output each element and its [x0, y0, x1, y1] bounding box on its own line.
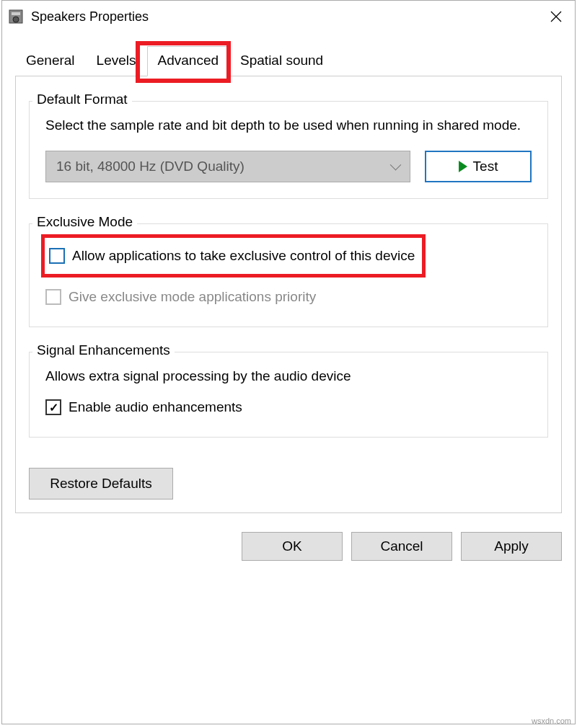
tab-strip: General Levels Advanced Spatial sound — [2, 45, 575, 76]
tab-panel: Default Format Select the sample rate an… — [15, 76, 562, 513]
test-button[interactable]: Test — [425, 151, 532, 182]
svg-point-2 — [13, 17, 19, 22]
annotation-highlight-checkbox: Allow applications to take exclusive con… — [41, 234, 426, 278]
group-default-format: Default Format Select the sample rate an… — [29, 101, 548, 199]
tab-spatial-sound[interactable]: Spatial sound — [229, 46, 334, 76]
apply-button[interactable]: Apply — [461, 532, 562, 561]
enable-enhancements-checkbox[interactable] — [45, 399, 61, 415]
allow-exclusive-label: Allow applications to take exclusive con… — [72, 248, 415, 264]
group-exclusive-mode: Exclusive Mode Allow applications to tak… — [29, 223, 548, 327]
cancel-button[interactable]: Cancel — [351, 532, 452, 561]
format-select-value: 16 bit, 48000 Hz (DVD Quality) — [56, 159, 245, 174]
title-bar: Speakers Properties — [2, 1, 575, 32]
dialog-window: Speakers Properties General Levels Advan… — [1, 0, 576, 724]
app-icon — [8, 9, 24, 25]
exclusive-priority-checkbox — [45, 289, 61, 305]
tab-levels[interactable]: Levels — [86, 46, 147, 76]
watermark: wsxdn.com — [532, 716, 571, 725]
test-button-label: Test — [473, 159, 498, 174]
enable-enhancements-label: Enable audio enhancements — [69, 399, 242, 415]
close-icon — [550, 11, 562, 22]
dialog-button-bar: OK Cancel Apply — [2, 522, 575, 561]
format-select[interactable]: 16 bit, 48000 Hz (DVD Quality) — [45, 151, 410, 182]
svg-rect-1 — [12, 12, 20, 15]
enable-enhancements-checkbox-row[interactable]: Enable audio enhancements — [45, 396, 532, 418]
window-title: Speakers Properties — [31, 9, 543, 25]
group-legend-exclusive-mode: Exclusive Mode — [32, 214, 137, 230]
restore-defaults-label: Restore Defaults — [50, 476, 152, 492]
group-signal-enhancements: Signal Enhancements Allows extra signal … — [29, 352, 548, 438]
tab-general[interactable]: General — [15, 46, 86, 76]
exclusive-priority-checkbox-row: Give exclusive mode applications priorit… — [45, 286, 532, 308]
cancel-button-label: Cancel — [380, 538, 423, 554]
restore-defaults-button[interactable]: Restore Defaults — [29, 468, 173, 500]
signal-enhancements-description: Allows extra signal processing by the au… — [45, 367, 532, 386]
group-legend-default-format: Default Format — [32, 92, 132, 107]
exclusive-priority-label: Give exclusive mode applications priorit… — [69, 289, 316, 305]
apply-button-label: Apply — [494, 538, 529, 554]
tab-advanced[interactable]: Advanced — [147, 46, 230, 76]
allow-exclusive-checkbox-row[interactable]: Allow applications to take exclusive con… — [49, 245, 415, 267]
group-legend-signal-enhancements: Signal Enhancements — [32, 342, 175, 358]
close-button[interactable] — [543, 4, 569, 30]
format-row: 16 bit, 48000 Hz (DVD Quality) Test — [45, 151, 532, 182]
ok-button-label: OK — [282, 538, 301, 554]
default-format-description: Select the sample rate and bit depth to … — [45, 116, 532, 135]
play-icon — [459, 161, 467, 172]
allow-exclusive-checkbox[interactable] — [49, 248, 65, 264]
ok-button[interactable]: OK — [242, 532, 343, 561]
